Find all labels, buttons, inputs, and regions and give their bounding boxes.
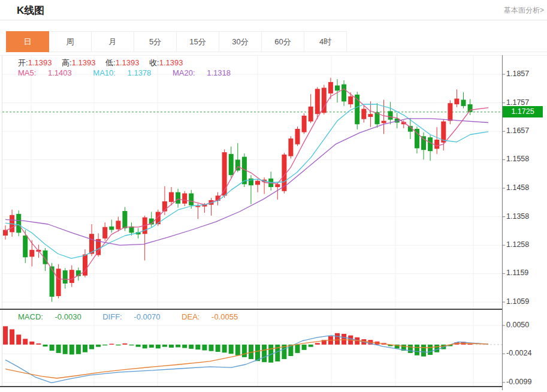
y-axis-label: 1.1059	[506, 297, 545, 306]
tab-4时[interactable]: 4时	[304, 31, 347, 52]
y-axis-label: -0.0024	[506, 349, 545, 357]
fundamental-analysis-link[interactable]: 基本面分析>	[504, 5, 544, 16]
header: K线图 基本面分析>	[0, 0, 547, 20]
tab-月[interactable]: 月	[92, 31, 134, 52]
ohlc-open: 开:1.1393	[18, 58, 52, 67]
y-axis-label: 1.1258	[506, 240, 545, 249]
y-axis-label: 0.0050	[506, 321, 545, 329]
y-axis-label: 1.1558	[506, 155, 545, 163]
tab-30分[interactable]: 30分	[219, 31, 262, 52]
ma-legend-row: MA5: 1.1403 MA10: 1.1378 MA20: 1.1318	[18, 68, 250, 77]
tab-60分[interactable]: 60分	[262, 31, 304, 52]
y-axis-label: 1.1458	[506, 183, 545, 192]
tab-15分[interactable]: 15分	[177, 31, 219, 52]
ohlc-row: 开:1.1393 高:1.1393 低:1.1393 收:1.1393	[18, 58, 191, 68]
y-axis-label: 1.1657	[506, 126, 545, 135]
diff-value: DIFF: -0.0070	[102, 312, 170, 321]
ohlc-close: 收:1.1393	[149, 58, 183, 67]
dea-value: DEA: -0.0055	[182, 312, 247, 321]
y-axis-label: 1.1159	[506, 269, 545, 277]
macd-legend-row: MACD: -0.0030 DIFF: -0.0070 DEA: -0.0055	[18, 312, 257, 321]
kline-page: K线图 基本面分析> 日周月5分15分30分60分4时 开:1.1393 高:1…	[0, 0, 547, 392]
tab-周[interactable]: 周	[49, 31, 92, 52]
macd-value: MACD: -0.0030	[18, 312, 91, 321]
ma10-legend: MA10: 1.1378	[93, 68, 161, 77]
y-axis-label: 1.1857	[506, 70, 545, 78]
tab-bar: 日周月5分15分30分60分4时	[6, 31, 547, 52]
price-badge: 1.1725	[503, 106, 543, 117]
y-axis-label: 1.1358	[506, 212, 545, 221]
ohlc-low: 低:1.1393	[105, 58, 139, 67]
ma20-legend: MA20: 1.1318	[173, 68, 240, 77]
tab-日[interactable]: 日	[6, 31, 49, 52]
ohlc-high: 高:1.1393	[62, 58, 95, 67]
page-title: K线图	[17, 4, 44, 17]
tab-5分[interactable]: 5分	[134, 31, 177, 52]
y-axis-label: -0.0099	[506, 378, 545, 386]
ma5-legend: MA5: 1.1403	[18, 68, 81, 77]
y-axis-label: 1.1757	[506, 98, 545, 107]
